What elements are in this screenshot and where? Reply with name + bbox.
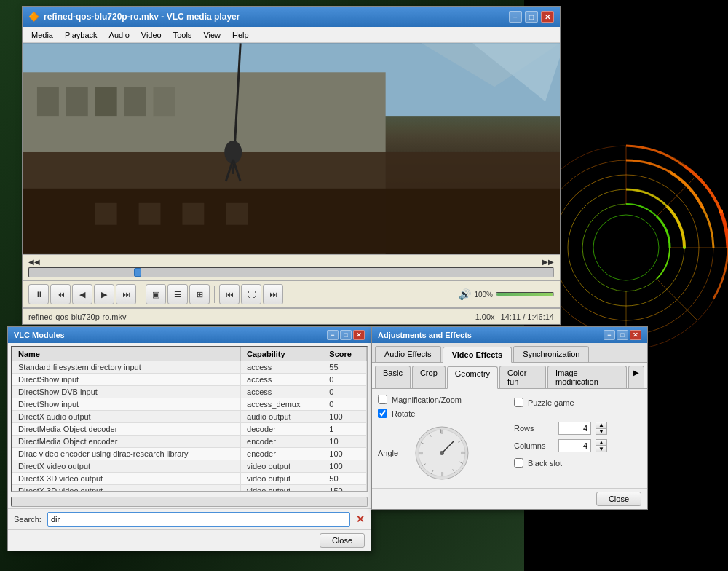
search-clear-button[interactable]: ✕ bbox=[356, 513, 365, 525]
playlist-button[interactable]: ☰ bbox=[167, 284, 188, 304]
fullscreen-button[interactable]: ⛶ bbox=[241, 284, 261, 304]
extended-button[interactable]: ⊞ bbox=[189, 284, 210, 304]
cell-score: 1 bbox=[323, 423, 367, 436]
inner-tab-basic[interactable]: Basic bbox=[375, 366, 411, 388]
play-pause-button[interactable]: ⏸ bbox=[28, 284, 49, 304]
table-row[interactable]: DirectMedia Object encoder encoder 10 bbox=[12, 436, 367, 448]
modules-table-scroll[interactable]: Name Capability Score Standard filesyste… bbox=[11, 346, 368, 492]
rows-input[interactable] bbox=[558, 422, 591, 435]
inner-tab-crop[interactable]: Crop bbox=[412, 366, 446, 388]
modules-minimize-btn[interactable]: − bbox=[327, 330, 339, 340]
table-row[interactable]: Standard filesystem directory input acce… bbox=[12, 361, 367, 374]
search-area: Search: ✕ bbox=[8, 508, 371, 529]
inner-tab-color-fun[interactable]: Color fun bbox=[499, 366, 546, 388]
effects-content: Magnification/Zoom Rotate Angle bbox=[372, 389, 647, 488]
svg-rect-23 bbox=[95, 203, 117, 225]
cell-capability: video output bbox=[241, 473, 323, 485]
video-display[interactable] bbox=[23, 43, 560, 254]
menu-audio[interactable]: Audio bbox=[103, 29, 135, 41]
frame-step-back-button[interactable]: ⏮ bbox=[219, 284, 240, 304]
tab-synchronization[interactable]: Synchronization bbox=[513, 346, 589, 362]
frame-back-button[interactable]: ◀ bbox=[72, 284, 92, 304]
table-row[interactable]: DirectX audio output audio output 100 bbox=[12, 411, 367, 423]
cell-capability: access bbox=[241, 361, 323, 374]
col-name[interactable]: Name bbox=[12, 347, 241, 361]
seek-arrows: ◀◀ ▶▶ bbox=[28, 258, 554, 266]
volume-area: 🔊 100% bbox=[459, 288, 554, 300]
effects-close-btn[interactable]: ✕ bbox=[630, 330, 641, 340]
cell-name: DirectX 3D video output bbox=[12, 485, 241, 492]
seek-thumb[interactable] bbox=[134, 268, 141, 277]
menu-media[interactable]: Media bbox=[25, 29, 59, 41]
table-row[interactable]: DirectX 3D video output video output 50 bbox=[12, 473, 367, 485]
modules-close-button[interactable]: Close bbox=[320, 533, 365, 548]
puzzle-label: Puzzle game bbox=[528, 398, 574, 407]
rotate-label: Rotate bbox=[392, 409, 415, 418]
volume-fill bbox=[496, 293, 553, 296]
maximize-button[interactable]: □ bbox=[525, 11, 538, 23]
rows-decrement-btn[interactable]: ▼ bbox=[596, 428, 607, 435]
effects-dialog-titlebar: Adjustments and Effects − □ ✕ bbox=[372, 327, 647, 343]
svg-rect-18 bbox=[95, 87, 117, 116]
col-score[interactable]: Score bbox=[323, 347, 367, 361]
effects-right-panel: Puzzle game Rows ▲ ▼ Columns ▲ ▼ bbox=[514, 395, 641, 482]
angle-dial[interactable] bbox=[413, 424, 471, 482]
status-filename: refined-qos-blu720p-ro.mkv bbox=[28, 312, 470, 321]
black-slot-checkbox[interactable] bbox=[514, 458, 523, 468]
seek-back-arrow[interactable]: ◀◀ bbox=[28, 258, 40, 266]
table-row[interactable]: DirectShow input access_demux 0 bbox=[12, 398, 367, 411]
close-button[interactable]: ✕ bbox=[541, 11, 554, 23]
modules-close-btn[interactable]: ✕ bbox=[353, 330, 365, 340]
seek-track[interactable] bbox=[28, 267, 554, 277]
effects-titlebar-controls: − □ ✕ bbox=[604, 330, 641, 340]
table-row[interactable]: Dirac video encoder using dirac-research… bbox=[12, 448, 367, 460]
svg-rect-26 bbox=[226, 203, 248, 225]
frame-step-fwd-button[interactable]: ⏭ bbox=[263, 284, 283, 304]
columns-decrement-btn[interactable]: ▼ bbox=[596, 446, 607, 452]
effects-maximize-btn[interactable]: □ bbox=[617, 330, 628, 340]
cell-name: DirectX 3D video output bbox=[12, 473, 241, 485]
table-row[interactable]: DirectX 3D video output video output 150 bbox=[12, 485, 367, 492]
modules-titlebar-controls: − □ ✕ bbox=[327, 330, 365, 340]
cell-capability: video output bbox=[241, 485, 323, 492]
magnification-checkbox[interactable] bbox=[378, 395, 387, 404]
rows-label: Rows bbox=[514, 424, 554, 433]
prev-chapter-button[interactable]: ⏮ bbox=[50, 284, 71, 304]
menu-help[interactable]: Help bbox=[226, 29, 255, 41]
cell-capability: access bbox=[241, 374, 323, 386]
next-chapter-button[interactable]: ⏭ bbox=[116, 284, 136, 304]
inner-tab-image-modification[interactable]: Image modification bbox=[547, 366, 627, 388]
table-row[interactable]: DirectX video output video output 100 bbox=[12, 460, 367, 473]
modules-maximize-btn[interactable]: □ bbox=[340, 330, 352, 340]
columns-input[interactable] bbox=[558, 439, 591, 452]
search-input[interactable] bbox=[47, 512, 350, 527]
tab-audio-effects[interactable]: Audio Effects bbox=[375, 346, 441, 362]
table-row[interactable]: DirectMedia Object decoder decoder 1 bbox=[12, 423, 367, 436]
modules-hscrollbar[interactable] bbox=[11, 497, 368, 507]
effects-close-button[interactable]: Close bbox=[596, 492, 641, 506]
menu-view[interactable]: View bbox=[197, 29, 226, 41]
volume-track[interactable] bbox=[496, 292, 554, 296]
inner-tab-more[interactable]: ▶ bbox=[628, 366, 644, 388]
volume-icon[interactable]: 🔊 bbox=[459, 288, 471, 300]
rows-increment-btn[interactable]: ▲ bbox=[596, 422, 607, 428]
cell-score: 55 bbox=[323, 361, 367, 374]
toggle-view-button[interactable]: ▣ bbox=[146, 284, 166, 304]
table-row[interactable]: DirectShow input access 0 bbox=[12, 374, 367, 386]
menu-tools[interactable]: Tools bbox=[167, 29, 198, 41]
rotate-checkbox[interactable] bbox=[378, 409, 387, 418]
inner-tab-geometry[interactable]: Geometry bbox=[447, 366, 498, 389]
menu-playback[interactable]: Playback bbox=[59, 29, 103, 41]
columns-increment-btn[interactable]: ▲ bbox=[596, 439, 607, 446]
effects-minimize-btn[interactable]: − bbox=[604, 330, 615, 340]
puzzle-checkbox[interactable] bbox=[514, 398, 523, 407]
cell-capability: audio output bbox=[241, 411, 323, 423]
table-row[interactable]: DirectShow DVB input access 0 bbox=[12, 386, 367, 398]
frame-fwd-button[interactable]: ▶ bbox=[94, 284, 114, 304]
tab-video-effects[interactable]: Video Effects bbox=[443, 347, 513, 363]
menu-video[interactable]: Video bbox=[135, 29, 167, 41]
cell-capability: video output bbox=[241, 460, 323, 473]
col-capability[interactable]: Capability bbox=[241, 347, 323, 361]
minimize-button[interactable]: − bbox=[509, 11, 522, 23]
seek-fwd-arrow[interactable]: ▶▶ bbox=[542, 258, 554, 266]
